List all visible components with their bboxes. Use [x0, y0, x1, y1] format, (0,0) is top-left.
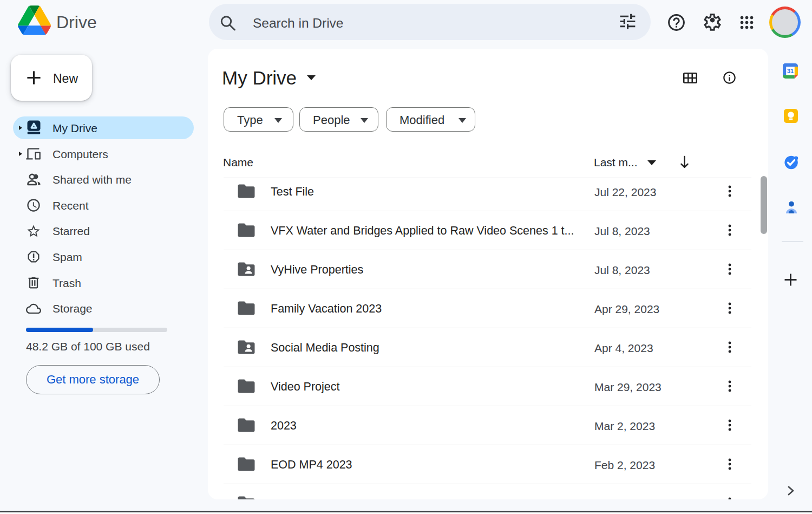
svg-text:31: 31 — [787, 68, 794, 74]
